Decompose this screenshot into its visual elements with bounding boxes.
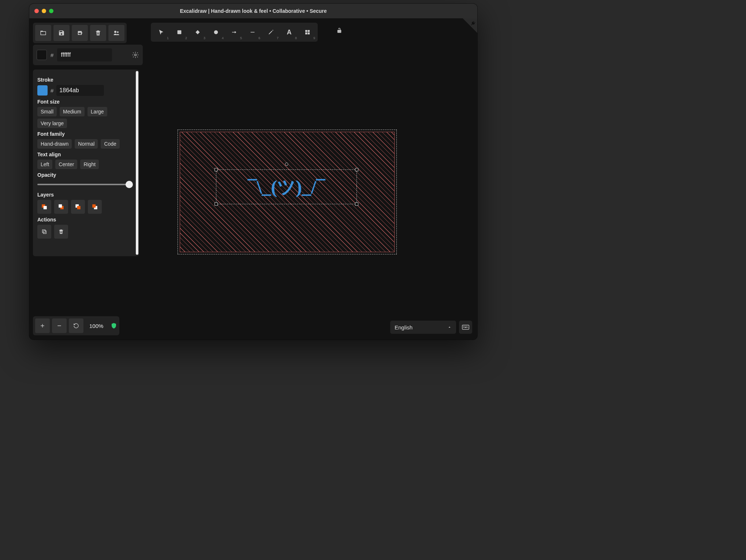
- app-window: Excalidraw | Hand-drawn look & feel • Co…: [29, 4, 477, 340]
- stroke-swatch[interactable]: [37, 85, 48, 96]
- font-family-code[interactable]: Code: [101, 139, 119, 149]
- font-family-hand[interactable]: Hand-drawn: [37, 139, 72, 149]
- text-selection-box[interactable]: ¯\_(ツ)_/¯: [216, 169, 357, 204]
- svg-rect-3: [195, 30, 199, 34]
- open-button[interactable]: [35, 25, 51, 41]
- send-backward-button[interactable]: [54, 200, 68, 214]
- svg-rect-28: [466, 326, 466, 327]
- svg-point-11: [135, 54, 137, 56]
- tool-text[interactable]: A 8: [280, 24, 298, 40]
- svg-rect-8: [308, 30, 310, 32]
- encryption-shield[interactable]: [111, 322, 117, 329]
- zoom-island: 100%: [33, 316, 119, 335]
- zoom-in-button[interactable]: [35, 318, 50, 333]
- font-size-small[interactable]: Small: [37, 107, 57, 116]
- tool-arrow[interactable]: 5: [225, 24, 243, 40]
- collaborate-button[interactable]: [108, 25, 124, 41]
- chevron-up-icon: [447, 325, 452, 329]
- send-back-icon: [41, 204, 48, 210]
- svg-rect-26: [463, 326, 464, 327]
- bring-front-icon: [92, 204, 98, 210]
- rotate-handle[interactable]: [285, 163, 288, 166]
- svg-point-0: [114, 31, 116, 33]
- resize-handle-sw[interactable]: [215, 202, 218, 206]
- duplicate-icon: [41, 229, 47, 235]
- zoom-window-button[interactable]: [49, 9, 53, 13]
- tool-line[interactable]: 6: [244, 24, 261, 40]
- bring-to-front-button[interactable]: [88, 200, 102, 214]
- open-folder-icon: [40, 30, 46, 36]
- align-right[interactable]: Right: [80, 160, 99, 169]
- tool-selection[interactable]: 1: [152, 24, 170, 40]
- file-actions-island: [33, 23, 127, 43]
- svg-rect-9: [305, 33, 307, 34]
- svg-rect-13: [44, 206, 47, 209]
- layers-label: Layers: [37, 192, 135, 198]
- settings-button[interactable]: [132, 51, 139, 59]
- clear-canvas-button[interactable]: [90, 25, 106, 41]
- align-left[interactable]: Left: [37, 160, 52, 169]
- svg-rect-29: [467, 326, 467, 327]
- font-size-medium[interactable]: Medium: [60, 107, 85, 116]
- shield-icon: [111, 322, 117, 329]
- send-to-back-button[interactable]: [37, 200, 51, 214]
- canvas-background-island: #: [33, 45, 143, 65]
- font-size-very-large[interactable]: Very large: [37, 119, 67, 128]
- svg-rect-31: [467, 327, 468, 328]
- font-size-large[interactable]: Large: [87, 107, 107, 116]
- save-button[interactable]: [53, 25, 70, 41]
- reset-zoom-button[interactable]: [69, 318, 83, 333]
- align-center[interactable]: Center: [55, 160, 77, 169]
- lock-button[interactable]: [336, 27, 343, 34]
- svg-rect-17: [77, 206, 81, 209]
- stroke-hex-input[interactable]: [56, 85, 104, 96]
- tool-draw[interactable]: 7: [262, 24, 280, 40]
- zoom-out-button[interactable]: [52, 318, 67, 333]
- svg-rect-7: [305, 30, 307, 32]
- tool-rectangle[interactable]: 2: [171, 24, 188, 40]
- users-icon: [113, 30, 120, 36]
- svg-rect-21: [42, 230, 45, 233]
- delete-button[interactable]: [54, 225, 68, 239]
- window-title: Excalidraw | Hand-drawn look & feel • Co…: [29, 8, 477, 14]
- traffic-lights: [34, 9, 53, 13]
- tool-ellipse[interactable]: 4: [207, 24, 225, 40]
- canvas-selection[interactable]: ¯\_(ツ)_/¯: [178, 130, 397, 254]
- text-element[interactable]: ¯\_(ツ)_/¯: [247, 175, 325, 199]
- save-icon: [58, 30, 65, 36]
- tool-diamond[interactable]: 3: [189, 24, 206, 40]
- font-size-label: Font size: [37, 99, 135, 105]
- resize-handle-se[interactable]: [355, 202, 358, 206]
- svg-rect-20: [43, 231, 46, 234]
- diamond-icon: [195, 29, 201, 35]
- arrow-icon: [231, 29, 238, 35]
- font-family-label: Font family: [37, 131, 135, 137]
- properties-scrollbar[interactable]: [136, 71, 138, 255]
- export-button[interactable]: [72, 25, 88, 41]
- svg-rect-15: [59, 204, 62, 208]
- resize-handle-nw[interactable]: [215, 168, 218, 171]
- background-swatch[interactable]: [37, 50, 47, 60]
- svg-rect-32: [465, 327, 467, 328]
- keyboard-shortcuts-button[interactable]: [459, 321, 472, 334]
- minimize-window-button[interactable]: [42, 9, 46, 13]
- zoom-percent[interactable]: 100%: [86, 323, 107, 329]
- tool-insert[interactable]: 9: [299, 24, 316, 40]
- svg-point-4: [214, 30, 218, 34]
- background-hex-input[interactable]: [57, 48, 112, 61]
- language-select[interactable]: English: [390, 321, 456, 334]
- unlock-icon: [336, 27, 343, 34]
- minus-icon: [56, 323, 62, 329]
- svg-point-1: [117, 31, 119, 33]
- gear-icon: [132, 51, 139, 59]
- actions-label: Actions: [37, 217, 135, 223]
- duplicate-button[interactable]: [37, 225, 51, 239]
- close-window-button[interactable]: [34, 9, 39, 13]
- font-family-normal[interactable]: Normal: [75, 139, 98, 149]
- opacity-slider[interactable]: [37, 180, 133, 189]
- shapes-toolbar: 1 2 3 4 5 6 7: [151, 23, 318, 42]
- bring-forward-button[interactable]: [71, 200, 85, 214]
- bring-forward-icon: [75, 204, 81, 210]
- resize-handle-ne[interactable]: [355, 168, 358, 171]
- app-content: 1 2 3 4 5 6 7: [29, 18, 477, 340]
